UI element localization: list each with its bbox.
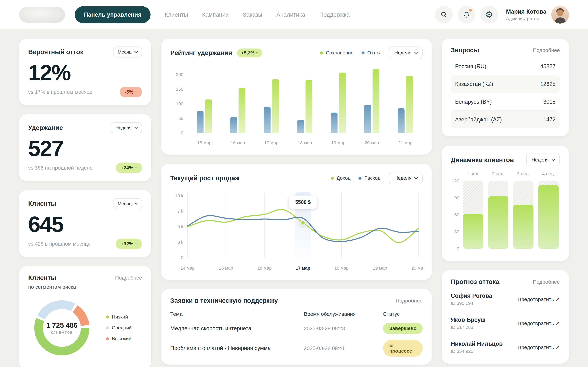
- legend-label: Низкий: [112, 314, 128, 320]
- donut-chart: [28, 294, 95, 361]
- legend-label: Расход: [364, 175, 380, 181]
- client-id: ID 354.925: [451, 349, 503, 354]
- svg-text:18 мар: 18 мар: [334, 266, 349, 270]
- country-label: Азербайджан (AZ): [455, 116, 502, 123]
- kpi-title: Клиенты: [28, 200, 56, 207]
- nav-orders[interactable]: Заказы: [243, 11, 262, 18]
- svg-text:150: 150: [176, 87, 183, 92]
- card-title: Запросы: [451, 47, 479, 54]
- prevent-link[interactable]: Предотвратить ↗: [518, 344, 560, 350]
- svg-text:3 нед.: 3 нед.: [517, 171, 530, 176]
- kpi-badge: +32% ↑: [116, 239, 142, 249]
- svg-text:30: 30: [454, 229, 459, 234]
- header: Панель управления Клиенты Кампании Заказ…: [0, 0, 588, 29]
- nav-support[interactable]: Поддержка: [319, 11, 350, 18]
- user-name: Мария Котова: [506, 8, 546, 15]
- settings-button[interactable]: ⚙: [480, 6, 498, 24]
- legend-item-expense: Расход: [358, 175, 380, 181]
- period-value: Месяц: [118, 49, 131, 55]
- risk-legend: Низкий Средний Высокий: [106, 314, 132, 342]
- logo: [19, 7, 65, 23]
- kpi-title: Вероятный отток: [28, 48, 83, 56]
- nav-campaigns[interactable]: Кампании: [202, 11, 229, 18]
- legend-item-save: Сохранение: [320, 50, 354, 56]
- more-link[interactable]: Подробнее: [396, 298, 423, 304]
- status-badge: Завершено: [383, 323, 423, 334]
- request-row: Беларусь (BY) 3018: [451, 93, 560, 111]
- notifications-button[interactable]: [458, 6, 476, 24]
- client-name: София Рогова: [451, 292, 492, 299]
- chart-legend: Доход Расход: [331, 175, 380, 181]
- period-select[interactable]: Неделя: [526, 154, 560, 166]
- period-select[interactable]: Месяц: [113, 198, 142, 209]
- nav-analytics[interactable]: Аналитика: [277, 11, 305, 18]
- legend-label: Средний: [112, 325, 132, 331]
- chevron-down-icon: [134, 50, 138, 53]
- svg-text:17 мар: 17 мар: [264, 140, 278, 145]
- legend-item-medium: Средний: [106, 325, 132, 331]
- more-link[interactable]: Подробнее: [533, 47, 560, 53]
- requests-list: Россия (RU) 45827 Казахстан (KZ) 12625 Б…: [451, 58, 560, 128]
- svg-text:50: 50: [178, 116, 183, 121]
- request-row: Азербайджан (AZ) 1472: [451, 111, 560, 128]
- svg-text:20 мар: 20 мар: [365, 140, 379, 145]
- prevent-link[interactable]: Предотвратить ↗: [518, 296, 560, 302]
- svg-text:0: 0: [457, 246, 459, 251]
- svg-text:16 мар: 16 мар: [257, 266, 272, 270]
- svg-text:0: 0: [181, 255, 183, 260]
- prevent-link[interactable]: Предотвратить ↗: [518, 320, 560, 326]
- period-select[interactable]: Неделя: [389, 47, 423, 59]
- retention-rating-card: Рейтинг удержания +5,2% ↑ Сохранение Отт…: [161, 39, 432, 155]
- kpi-compare: vs 17% в прошлом месяце: [28, 89, 93, 95]
- gear-icon: ⚙: [485, 10, 493, 19]
- ticket-topic: Проблема с оплатой - Неверная сумма: [170, 345, 304, 351]
- chevron-down-icon: [414, 176, 418, 179]
- period-select[interactable]: Месяц: [113, 47, 142, 58]
- svg-text:3 k: 3 k: [177, 240, 183, 245]
- kpi-value: 645: [28, 213, 142, 236]
- country-label: Беларусь (BY): [455, 99, 492, 105]
- legend-item-low: Низкий: [106, 314, 132, 320]
- legend-label: Сохранение: [326, 50, 354, 56]
- chevron-down-icon: [134, 125, 138, 129]
- request-count: 3018: [543, 99, 555, 105]
- period-select[interactable]: Неделя: [389, 172, 423, 184]
- nav-dashboard[interactable]: Панель управления: [75, 6, 150, 23]
- kpi-card-churn: Вероятный отток Месяц 12% vs 17% в прошл…: [19, 39, 151, 105]
- client-dynamics-card: Динамика клиентов Неделя 03060901201 нед…: [442, 146, 569, 261]
- ticket-time: 2025-03-28 09:41: [304, 345, 383, 351]
- svg-text:4 нед.: 4 нед.: [542, 171, 555, 176]
- client-id: ID 395.194: [451, 301, 492, 306]
- user-menu[interactable]: Мария Котова Администратор: [506, 6, 569, 24]
- legend-dot-blue: [362, 51, 365, 54]
- chart-legend: Сохранение Отток: [320, 50, 380, 56]
- legend-dot-lightblue: [106, 326, 109, 329]
- tickets-table: Тема Время обслуживания Статус Медленная…: [170, 311, 423, 357]
- svg-text:5500 $: 5500 $: [295, 199, 311, 205]
- user-role: Администратор: [506, 16, 546, 21]
- legend-dot-blue: [358, 177, 362, 180]
- chevron-down-icon: [552, 158, 555, 161]
- card-title: Заявки в техническую поддержку: [170, 297, 278, 304]
- retention-bar-chart: 05010015020015 мар16 мар17 мар18 мар19 м…: [170, 63, 423, 147]
- trend-badge: +5,2% ↑: [237, 49, 262, 57]
- legend-label: Доход: [337, 175, 351, 181]
- kpi-card-clients: Клиенты Месяц 645 vs 428 в прошлом месяц…: [19, 190, 151, 257]
- period-select[interactable]: Неделя: [111, 122, 142, 133]
- more-link[interactable]: Подробнее: [115, 275, 142, 281]
- card-title: Динамика клиентов: [451, 156, 514, 164]
- support-tickets-card: Заявки в техническую поддержку Подробнее…: [161, 289, 432, 365]
- avatar[interactable]: [551, 6, 569, 24]
- sales-line-chart: 03 k5 k7 k10 k14 мар15 мар16 мар17 мар18…: [170, 189, 423, 272]
- requests-card: Запросы Подробнее Россия (RU) 45827 Каза…: [442, 39, 569, 136]
- more-link[interactable]: Подробнее: [533, 279, 560, 285]
- svg-text:5 k: 5 k: [177, 224, 183, 229]
- svg-text:7 k: 7 k: [177, 209, 183, 214]
- legend-dot-green: [331, 177, 334, 180]
- period-value: Неделя: [115, 125, 131, 130]
- chevron-down-icon: [414, 50, 418, 54]
- kpi-compare: vs 428 в прошлом месяце: [28, 241, 91, 247]
- svg-text:0: 0: [181, 130, 183, 135]
- search-button[interactable]: [435, 6, 453, 24]
- nav-clients[interactable]: Клиенты: [164, 11, 188, 18]
